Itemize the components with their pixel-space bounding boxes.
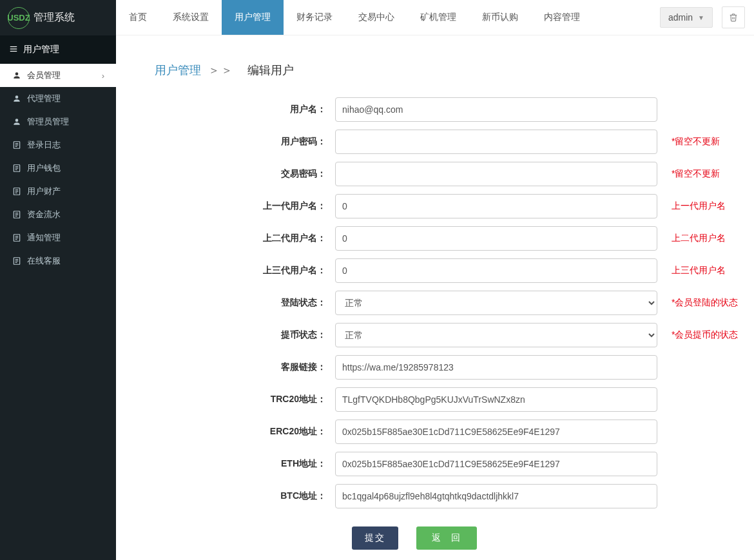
logo-area: USDZ 管理系统 — [0, 0, 116, 35]
sidebar-item-label: 资金流水 — [27, 209, 61, 220]
sidebar-item-2[interactable]: 管理员管理 — [0, 110, 116, 133]
topnav: 首页系统设置用户管理财务记录交易中心矿机管理新币认购内容管理 admin ▼ — [116, 0, 754, 35]
list-icon — [9, 44, 18, 55]
document-icon — [12, 164, 22, 173]
chevron-right-icon: › — [102, 71, 104, 81]
username-label: 用户名： — [116, 104, 335, 115]
parent1-hint: 上一代用户名 — [672, 200, 726, 212]
sidebar-item-label: 用户财产 — [27, 186, 61, 197]
document-icon — [12, 187, 22, 196]
nav-item-5[interactable]: 矿机管理 — [407, 0, 469, 35]
parent3-hint: 上三代用户名 — [672, 265, 726, 276]
parent2-label: 上二代用户名： — [116, 233, 335, 244]
document-icon — [12, 256, 22, 266]
nav-item-6[interactable]: 新币认购 — [469, 0, 531, 35]
sidebar-item-label: 管理员管理 — [27, 116, 69, 128]
admin-label: admin — [668, 12, 693, 23]
nav-item-7[interactable]: 内容管理 — [531, 0, 593, 35]
nav-item-0[interactable]: 首页 — [116, 0, 160, 35]
user-icon — [12, 71, 22, 80]
erc20-input[interactable] — [335, 420, 657, 444]
password-hint: *留空不更新 — [672, 136, 720, 148]
parent3-input[interactable] — [335, 258, 657, 283]
eth-label: ETH地址： — [116, 458, 335, 470]
service-link-label: 客服链接： — [116, 362, 335, 373]
trade-password-hint: *留空不更新 — [672, 168, 720, 180]
parent3-label: 上三代用户名： — [116, 265, 335, 276]
nav-item-3[interactable]: 财务记录 — [284, 0, 345, 35]
logo-text: 管理系统 — [34, 11, 75, 24]
trade-password-label: 交易密码： — [116, 168, 335, 180]
document-icon — [12, 210, 22, 219]
login-status-hint: *会员登陆的状态 — [672, 297, 738, 309]
sidebar-item-label: 登录日志 — [27, 139, 61, 151]
page-title: 编辑用户 — [247, 64, 294, 77]
sidebar-item-4[interactable]: 用户钱包 — [0, 157, 116, 180]
sidebar-item-1[interactable]: 代理管理 — [0, 87, 116, 110]
breadcrumb-separator: ＞＞ — [208, 64, 234, 77]
withdraw-status-label: 提币状态： — [116, 329, 335, 341]
login-status-label: 登陆状态： — [116, 297, 335, 309]
password-label: 用户密码： — [116, 136, 335, 148]
service-link-input[interactable] — [335, 355, 657, 380]
parent2-input[interactable] — [335, 226, 657, 251]
trc20-label: TRC20地址： — [116, 394, 335, 405]
breadcrumb: 用户管理 ＞＞ 编辑用户 — [116, 55, 741, 97]
return-button[interactable]: 返 回 — [416, 526, 477, 550]
erc20-label: ERC20地址： — [116, 426, 335, 438]
nav-item-4[interactable]: 交易中心 — [345, 0, 407, 35]
sidebar-item-8[interactable]: 在线客服 — [0, 249, 116, 273]
sidebar-item-5[interactable]: 用户财产 — [0, 180, 116, 203]
sidebar-item-0[interactable]: 会员管理› — [0, 64, 116, 87]
trc20-input[interactable] — [335, 387, 657, 412]
parent2-hint: 上二代用户名 — [672, 233, 726, 244]
withdraw-status-hint: *会员提币的状态 — [672, 329, 738, 341]
admin-dropdown[interactable]: admin ▼ — [660, 7, 713, 28]
document-icon — [12, 233, 22, 242]
sidebar-item-3[interactable]: 登录日志 — [0, 133, 116, 157]
breadcrumb-link[interactable]: 用户管理 — [155, 64, 201, 77]
sidebar-item-6[interactable]: 资金流水 — [0, 203, 116, 226]
password-input[interactable] — [335, 130, 657, 154]
sidebar-item-label: 通知管理 — [27, 232, 61, 244]
parent1-input[interactable] — [335, 194, 657, 218]
sidebar-item-label: 在线客服 — [27, 255, 61, 267]
sidebar-section-label: 用户管理 — [23, 44, 59, 55]
withdraw-status-select[interactable]: 正常 — [335, 323, 657, 347]
sidebar-item-label: 代理管理 — [27, 93, 61, 104]
logo-badge: USDZ — [8, 7, 30, 29]
submit-button[interactable]: 提交 — [352, 526, 398, 550]
parent1-label: 上一代用户名： — [116, 200, 335, 212]
sidebar: USDZ 管理系统 用户管理 会员管理›代理管理管理员管理登录日志用户钱包用户财… — [0, 0, 116, 560]
nav-item-2[interactable]: 用户管理 — [222, 0, 284, 35]
content-area: 用户管理 ＞＞ 编辑用户 用户名： 用户密码： *留空不更新 交易密码： *留空… — [116, 35, 754, 560]
btc-label: BTC地址： — [116, 490, 335, 502]
nav-item-1[interactable]: 系统设置 — [160, 0, 222, 35]
trash-button[interactable] — [722, 6, 745, 28]
username-input[interactable] — [335, 97, 657, 122]
btc-input[interactable] — [335, 484, 657, 508]
user-icon — [12, 117, 22, 126]
sidebar-item-7[interactable]: 通知管理 — [0, 226, 116, 249]
user-icon — [12, 94, 22, 103]
login-status-select[interactable]: 正常 — [335, 291, 657, 315]
sidebar-item-label: 用户钱包 — [27, 162, 61, 174]
trash-icon — [729, 13, 738, 22]
sidebar-section-title: 用户管理 — [0, 35, 116, 64]
chevron-down-icon: ▼ — [698, 14, 704, 21]
eth-input[interactable] — [335, 452, 657, 476]
document-icon — [12, 140, 22, 150]
trade-password-input[interactable] — [335, 162, 657, 186]
sidebar-item-label: 会员管理 — [27, 70, 61, 81]
